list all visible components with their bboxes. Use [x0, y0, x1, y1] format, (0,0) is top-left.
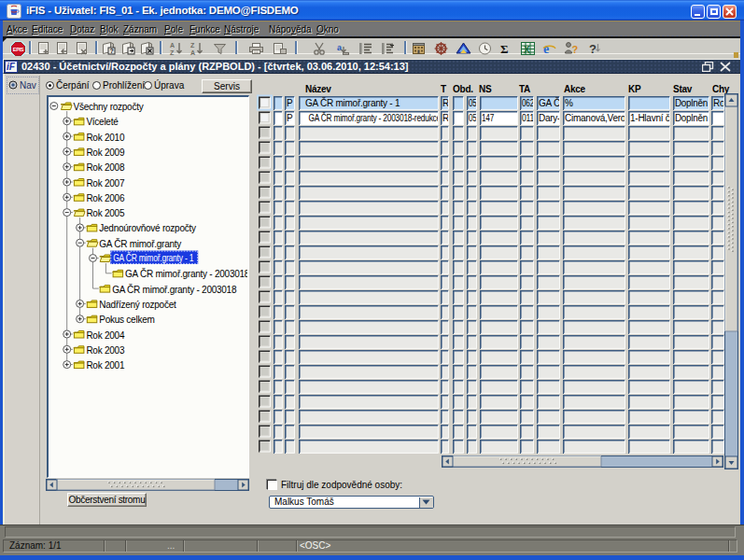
svg-text:P: P: [287, 98, 293, 108]
svg-text:X: X: [524, 45, 530, 55]
svg-text:Rok 2006: Rok 2006: [86, 193, 124, 203]
svg-text:Stav: Stav: [673, 84, 693, 94]
svg-text:GA ČR mimoř.granty: GA ČR mimoř.granty: [99, 238, 181, 249]
svg-text:Rok 2008: Rok 2008: [86, 162, 124, 173]
svg-text:Rok 2003: Rok 2003: [86, 345, 124, 356]
svg-text:Akce: Akce: [564, 84, 586, 94]
svg-text:?: ?: [589, 42, 597, 56]
svg-text:Doplněn: Doplněn: [675, 98, 708, 108]
svg-text:Rok 2001: Rok 2001: [86, 360, 124, 371]
svg-text:KP: KP: [628, 84, 641, 94]
svg-text:Z: Z: [190, 42, 195, 49]
svg-text:GA ČR mimoř.granty - 1: GA ČR mimoř.granty - 1: [301, 97, 400, 108]
svg-text:A: A: [170, 42, 175, 49]
svg-text:Jednoúrovňové rozpočty: Jednoúrovňové rozpočty: [99, 223, 196, 233]
svg-text:Obd.: Obd.: [453, 84, 473, 94]
svg-text:GA ČR mimoř.granty - 1: GA ČR mimoř.granty - 1: [113, 252, 194, 263]
svg-text:?: ?: [572, 44, 579, 55]
svg-text:147: 147: [482, 113, 495, 123]
svg-text:%: %: [565, 98, 573, 108]
svg-text:iF: iF: [7, 62, 16, 72]
svg-text:Název: Název: [305, 84, 331, 94]
svg-text:Doplněn: Doplněn: [675, 113, 708, 123]
svg-text:Víceleté: Víceleté: [86, 117, 119, 127]
svg-text:EPIS: EPIS: [13, 47, 24, 52]
svg-text:062: 062: [522, 98, 535, 108]
svg-text:Z: Z: [170, 49, 175, 56]
svg-text:P: P: [287, 113, 293, 123]
svg-text:Rok 2005: Rok 2005: [86, 208, 124, 218]
svg-text:Rok 2010: Rok 2010: [86, 133, 124, 143]
svg-text:A: A: [190, 49, 195, 56]
svg-text:05: 05: [469, 113, 477, 123]
svg-text:GA ČR mimoř.granty - 2003018: GA ČR mimoř.granty - 2003018: [112, 284, 237, 295]
svg-text:Rok 2004: Rok 2004: [86, 330, 124, 341]
svg-text:011: 011: [522, 113, 535, 123]
svg-text:Pokus celkem: Pokus celkem: [99, 315, 154, 325]
svg-text:TA: TA: [519, 84, 530, 94]
svg-text:GA ČR mimoř.granty - 2003018-r: GA ČR mimoř.granty - 2003018-redukce: [301, 112, 442, 123]
svg-text:Rok 2007: Rok 2007: [86, 178, 124, 189]
svg-text:NS: NS: [479, 84, 492, 94]
svg-text:T: T: [441, 84, 446, 94]
svg-text:05: 05: [469, 98, 477, 108]
svg-text:R: R: [442, 113, 449, 123]
svg-text:Rok 2009: Rok 2009: [86, 147, 124, 158]
svg-text:e: e: [543, 42, 549, 56]
svg-text:GA ČR mimoř.granty - 2003018-r: GA ČR mimoř.granty - 2003018-redukce: [125, 268, 247, 279]
svg-text:Σ: Σ: [500, 42, 509, 56]
svg-text:Všechny rozpočty: Všechny rozpočty: [74, 102, 144, 112]
svg-text:R: R: [442, 98, 449, 108]
svg-text:Nadřízený rozpočet: Nadřízený rozpočet: [99, 300, 176, 310]
svg-text:?: ?: [110, 48, 114, 54]
